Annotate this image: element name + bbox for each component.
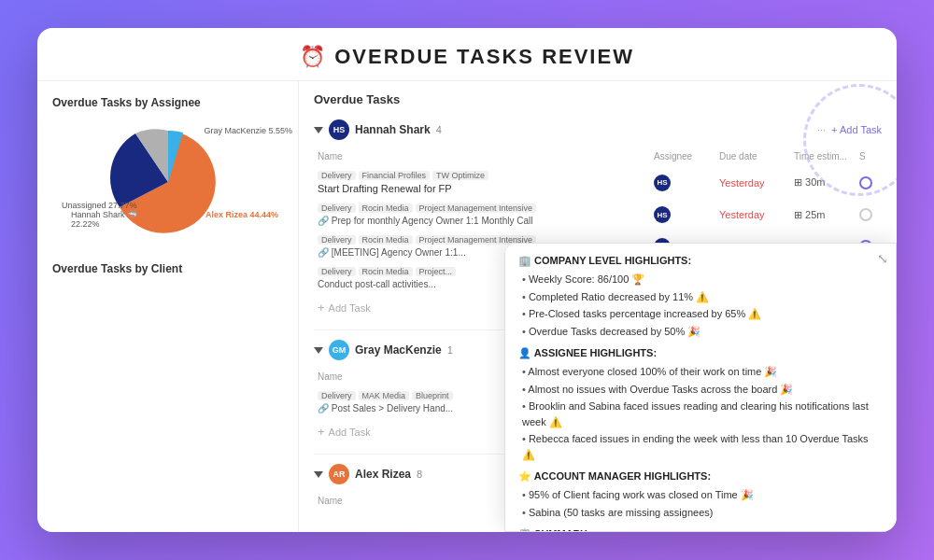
list-item: Weekly Score: 86/100 🏆 [522,271,883,288]
legend-unassigned: Unassigned 27.77% [62,201,137,210]
group-collapse-alex[interactable] [314,471,323,478]
collapse-button[interactable]: ⤡ [877,251,888,266]
avatar-alex: AR [329,464,349,484]
list-item: Rebecca faced issues in ending the week … [522,430,883,463]
summary-highlights: 📋 SUMMARY: There was a decrease in overa… [518,528,883,532]
legend-alex: Alex Rizea 44.44% [205,210,278,219]
plus-icon: + [318,425,325,439]
group-count-alex: 8 [417,469,422,480]
tag: Financial Profiles [359,171,431,180]
group-header-hannah[interactable]: HS Hannah Shark 4 ··· + Add Task [314,116,882,144]
task-status-circle[interactable] [859,208,872,221]
assignee-title: 👤 ASSIGNEE HIGHLIGHTS: [518,347,883,359]
main-card: ⏰ OVERDUE TASKS REVIEW Overdue Tasks by … [37,28,897,532]
tag: Delivery [318,267,356,276]
col-due: Due date [719,151,794,161]
client-section-title: Overdue Tasks by Client [52,262,283,275]
tag: Project Management Intensive [416,203,537,213]
group-count-gray: 1 [447,344,453,356]
group-name-alex: Alex Rizea [355,468,411,481]
tag: Project... [416,267,457,276]
task-time-est: ⊞ 25m [794,209,859,221]
group-count-hannah: 4 [436,124,442,135]
company-list: Weekly Score: 86/100 🏆 Completed Ratio d… [518,271,883,340]
task-tags: Delivery Financial Profiles TW Optimize [318,171,654,180]
task-assignee: HS [654,175,719,191]
legend-hannah-pct: 22.22% [71,219,137,229]
list-item: Overdue Tasks decreased by 50% 🎉 [522,323,883,341]
account-highlights: ⭐ ACCOUNT MANAGER HIGHLIGHTS: 95% of Cli… [518,470,883,521]
center-panel-title: Overdue Tasks [314,92,882,106]
plus-icon: + [318,301,325,315]
tag: Rocin Media [359,235,413,245]
tag: Delivery [318,171,356,180]
assignee-list: Almost everyone closed 100% of their wor… [518,363,883,463]
list-item: Almost everyone closed 100% of their wor… [522,363,883,381]
task-title[interactable]: 🔗 Prep for monthly Agency Owner 1:1 Mont… [318,216,654,226]
avatar-gray: GM [329,340,349,360]
group-collapse-hannah[interactable] [314,127,323,133]
tag: Rocin Media [359,203,413,213]
header-icon: ⏰ [300,45,327,68]
task-tags: Delivery Rocin Media Project Management … [318,203,654,213]
highlights-panel: ⤡ 🏢 COMPANY LEVEL HIGHLIGHTS: Weekly Sco… [504,243,897,532]
list-item: Pre-Closed tasks percentage increased by… [522,305,883,323]
col-headers: Name Assignee Due date Time estim... S [314,149,882,163]
account-title: ⭐ ACCOUNT MANAGER HIGHLIGHTS: [518,470,883,483]
left-panel: Overdue Tasks by Assignee Gra [37,81,299,532]
task-name-cell: Delivery Rocin Media Project Management … [318,203,654,226]
task-name-cell: Delivery Financial Profiles TW Optimize … [318,171,654,194]
summary-title: 📋 SUMMARY: [518,528,883,532]
add-task-text: Add Task [329,302,371,314]
assignee-avatar: HS [654,206,671,223]
task-due-date: Yesterday [719,209,794,220]
tag: Blueprint [412,391,453,400]
table-row: Delivery Financial Profiles TW Optimize … [314,167,882,198]
legend-gray: Gray MacKenzie 5.55% [204,126,292,135]
task-assignee: HS [654,206,719,223]
tag: Delivery [318,391,356,400]
group-name-gray: Gray MacKenzie [355,343,442,357]
list-item: Almost no issues with Overdue Tasks acro… [522,381,883,399]
table-row: Delivery Rocin Media Project Management … [314,200,882,230]
col-name: Name [318,151,654,161]
tag: MAK Media [359,391,410,400]
legend-hannah: Hannah Shark 🦈 [71,210,137,219]
tag: Rocin Media [359,267,413,276]
page-header: ⏰ OVERDUE TASKS REVIEW [37,28,897,81]
list-item: Sabina (50 tasks are missing assignees) [522,504,883,522]
avatar-hannah: HS [329,119,349,140]
pie-chart-container: Gray MacKenzie 5.55% Unassigned 27.77% H… [52,117,283,247]
page-title: ⏰ OVERDUE TASKS REVIEW [56,45,878,69]
list-item: 95% of Client facing work was closed on … [522,486,883,504]
task-due-date: Yesterday [719,177,794,189]
task-title[interactable]: Start Drafting Renewal for FP [318,183,654,194]
assignee-avatar: HS [654,175,671,191]
col-assignee: Assignee [654,151,719,161]
company-highlights: 🏢 COMPANY LEVEL HIGHLIGHTS: Weekly Score… [518,255,883,340]
group-name-hannah: Hannah Shark [355,123,431,136]
list-item: Brooklin and Sabina faced issues reading… [522,398,883,430]
tag: Delivery [318,203,356,213]
add-task-text: Add Task [329,427,371,438]
list-item: Completed Ratio decreased by 11% ⚠️ [522,288,883,306]
tag: Delivery [318,235,356,245]
company-title: 🏢 COMPANY LEVEL HIGHLIGHTS: [518,255,883,267]
assignee-highlights: 👤 ASSIGNEE HIGHLIGHTS: Almost everyone c… [518,347,883,463]
tag: TW Optimize [432,171,488,180]
account-list: 95% of Client facing work was closed on … [518,486,883,521]
group-collapse-gray[interactable] [314,347,323,354]
assignee-section-title: Overdue Tasks by Assignee [52,96,283,109]
